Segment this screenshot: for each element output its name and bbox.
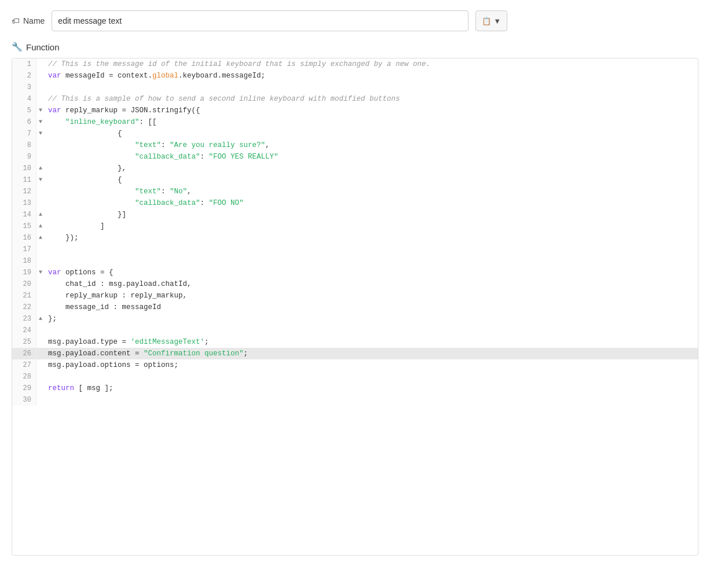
code-line-9: 9 "callback_data": "FOO YES REALLY" [12,151,698,163]
code-line-25: 25 msg.payload.type = 'editMessageText'; [12,336,698,348]
code-line-3: 3 [12,82,698,93]
page-container: 🏷 Name 📋 ▼ 🔧 Function 1 // This is the m… [0,0,710,567]
name-label-text: Name [23,16,45,25]
code-line-22: 22 message_id : messageId [12,302,698,313]
code-line-8: 8 "text": "Are you really sure?", [12,139,698,151]
copy-dropdown-button[interactable]: 📋 ▼ [475,10,507,31]
code-line-18: 18 [12,255,698,267]
code-line-28: 28 [12,371,698,383]
code-line-10: 10 ▲ }, [12,163,698,174]
code-line-5: 5 ▼ var reply_markup = JSON.stringify({ [12,105,698,116]
wrench-icon: 🔧 [12,42,23,52]
code-line-1: 1 // This is the message id of the initi… [12,58,698,70]
function-row: 🔧 Function [12,42,698,52]
code-line-13: 13 "callback_data": "FOO NO" [12,197,698,209]
code-line-15: 15 ▲ ] [12,220,698,232]
code-line-24: 24 [12,325,698,336]
code-editor[interactable]: 1 // This is the message id of the initi… [12,58,698,556]
tag-icon: 🏷 [12,16,20,25]
code-line-2: 2 var messageId = context.global.keyboar… [12,70,698,82]
code-line-20: 20 chat_id : msg.payload.chatId, [12,278,698,290]
code-line-7: 7 ▼ { [12,128,698,139]
copy-icon: 📋 [482,17,491,25]
code-line-6: 6 ▼ "inline_keyboard": [[ [12,116,698,128]
code-line-4: 4 // This is a sample of how to send a s… [12,93,698,105]
code-line-11: 11 ▼ { [12,174,698,186]
function-label: Function [26,42,60,52]
code-line-26: 26 msg.payload.content = "Confirmation q… [12,348,698,359]
code-line-21: 21 reply_markup : reply_markup, [12,290,698,302]
code-line-17: 17 [12,244,698,255]
code-line-16: 16 ▲ }); [12,232,698,244]
dropdown-arrow: ▼ [493,17,501,25]
code-line-23: 23 ▲ }; [12,313,698,325]
name-row: 🏷 Name 📋 ▼ [12,10,698,31]
code-line-12: 12 "text": "No", [12,186,698,197]
code-line-27: 27 msg.payload.options = options; [12,359,698,371]
name-input[interactable] [52,10,469,31]
code-line-19: 19 ▼ var options = { [12,267,698,278]
code-line-14: 14 ▲ }] [12,209,698,220]
name-label: 🏷 Name [12,16,45,25]
code-line-29: 29 return [ msg ]; [12,383,698,394]
code-line-30: 30 [12,394,698,406]
